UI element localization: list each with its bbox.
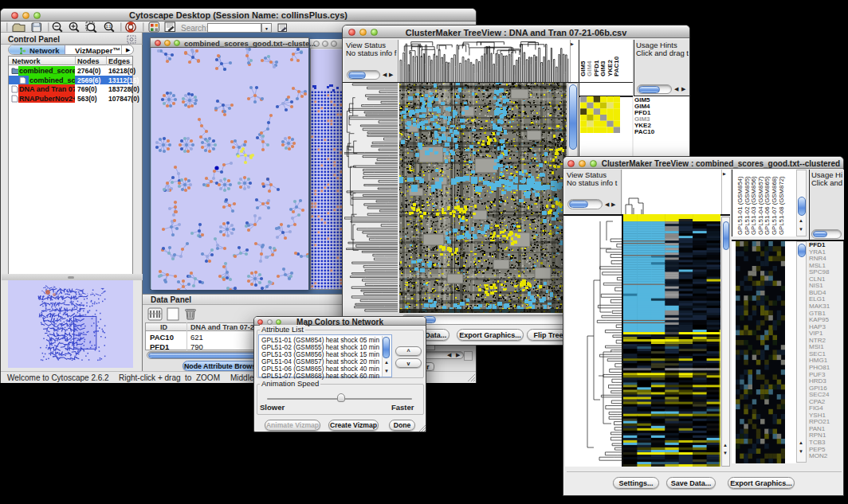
svg-text:1:1: 1:1 — [106, 25, 112, 29]
